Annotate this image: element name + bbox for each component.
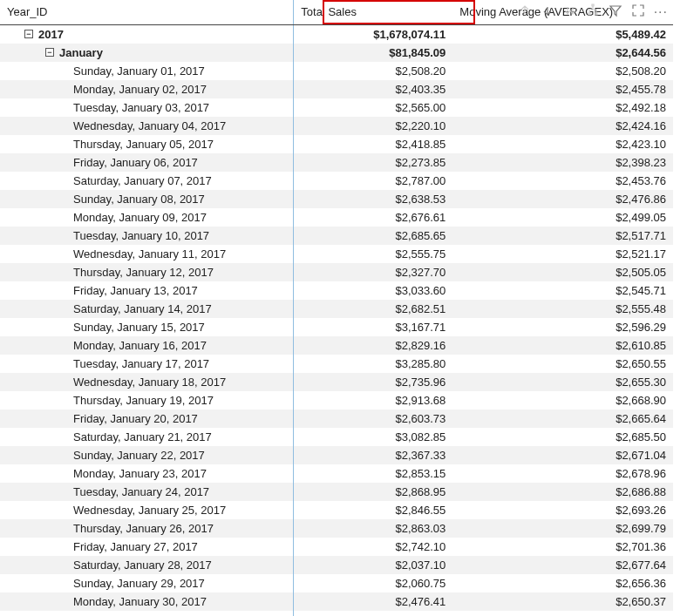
cell-total: $2,367.33 (294, 446, 452, 464)
cell-total: $2,555.75 (294, 245, 452, 263)
table-row[interactable]: Thursday, January 19, 2017$2,913.68$2,66… (0, 391, 673, 410)
date-label: Sunday, January 01, 2017 (7, 64, 286, 78)
cell-total: $2,685.65 (294, 227, 452, 245)
date-label: Sunday, January 15, 2017 (7, 321, 286, 334)
table-row[interactable]: Thursday, January 26, 2017$2,863.03$2,69… (0, 519, 673, 538)
cell-mavg: $2,423.10 (452, 135, 673, 153)
table-row[interactable]: Monday, January 30, 2017$2,476.41$2,650.… (0, 592, 673, 611)
date-label: Wednesday, January 18, 2017 (7, 376, 286, 389)
table-row[interactable]: Wednesday, January 25, 2017$2,846.55$2,6… (0, 501, 673, 519)
date-label: Tuesday, January 03, 2017 (7, 101, 286, 114)
date-label: Monday, January 30, 2017 (7, 595, 286, 608)
cell-total: $3,285.80 (294, 355, 452, 373)
table-row[interactable]: Tuesday, January 10, 2017$2,685.65$2,517… (0, 227, 673, 245)
cell-total: $2,037.10 (294, 556, 452, 574)
table-row[interactable]: Saturday, January 14, 2017$2,682.51$2,55… (0, 300, 673, 318)
cell-total: $2,742.10 (294, 538, 452, 556)
table-row[interactable]: Wednesday, January 04, 2017$2,220.10$2,4… (0, 117, 673, 135)
matrix-scroll-area[interactable]: Year_ID Total Sales Moving Average (AVER… (0, 0, 687, 616)
table-row[interactable]: Friday, January 27, 2017$2,742.10$2,701.… (0, 538, 673, 556)
table-row[interactable]: Saturday, January 07, 2017$2,787.00$2,45… (0, 172, 673, 190)
table-row[interactable]: Sunday, January 22, 2017$2,367.33$2,671.… (0, 446, 673, 464)
date-label: Thursday, January 26, 2017 (7, 522, 286, 535)
table-row[interactable]: Sunday, January 15, 2017$3,167.71$2,596.… (0, 318, 673, 336)
cell-mavg: $2,555.48 (452, 300, 673, 318)
table-row[interactable]: Sunday, January 08, 2017$2,638.53$2,476.… (0, 190, 673, 208)
group-row-year[interactable]: −2017$1,678,074.11$5,489.42 (0, 24, 673, 44)
cell-total: $2,676.61 (294, 208, 452, 227)
hierarchy-icon[interactable] (586, 3, 600, 20)
cell-mavg: $2,668.90 (452, 391, 673, 410)
cell-total: $2,220.10 (294, 117, 452, 135)
table-row[interactable]: Thursday, January 12, 2017$2,327.70$2,50… (0, 263, 673, 281)
table-row[interactable]: Saturday, January 21, 2017$3,082.85$2,68… (0, 428, 673, 446)
cell-total: $3,082.85 (294, 428, 452, 446)
cell-total: $2,565.00 (294, 98, 452, 117)
date-label: Thursday, January 19, 2017 (7, 394, 286, 407)
date-label: Sunday, January 29, 2017 (7, 577, 286, 590)
cell-total: $2,273.85 (294, 153, 452, 172)
cell-total: $2,829.16 (294, 336, 452, 355)
drill-up-icon[interactable] (518, 3, 532, 20)
cell-total: $2,846.55 (294, 501, 452, 519)
table-row[interactable]: Friday, January 06, 2017$2,273.85$2,398.… (0, 153, 673, 172)
cell-mavg: $2,656.36 (452, 574, 673, 592)
cell-mavg: $2,671.04 (452, 446, 673, 464)
cell-total: $2,334.13 (294, 611, 452, 617)
table-row[interactable]: Thursday, January 05, 2017$2,418.85$2,42… (0, 135, 673, 153)
date-label: Saturday, January 21, 2017 (7, 430, 286, 443)
date-label: Saturday, January 14, 2017 (7, 302, 286, 315)
date-label: Thursday, January 05, 2017 (7, 138, 286, 151)
date-label: Wednesday, January 25, 2017 (7, 504, 286, 517)
table-row[interactable]: Tuesday, January 17, 2017$3,285.80$2,650… (0, 355, 673, 373)
cell-mavg: $2,685.50 (452, 428, 673, 446)
table-row[interactable]: Wednesday, January 18, 2017$2,735.96$2,6… (0, 373, 673, 391)
more-options-icon[interactable]: ··· (654, 5, 668, 19)
table-row[interactable]: Sunday, January 29, 2017$2,060.75$2,656.… (0, 574, 673, 592)
date-label: Friday, January 13, 2017 (7, 284, 286, 297)
cell-total: $2,418.85 (294, 135, 452, 153)
cell-total: $2,682.51 (294, 300, 452, 318)
cell-mavg: $2,424.16 (452, 117, 673, 135)
date-label: Tuesday, January 24, 2017 (7, 485, 286, 498)
date-label: Wednesday, January 04, 2017 (7, 119, 286, 132)
table-row[interactable]: Friday, January 20, 2017$2,603.73$2,665.… (0, 410, 673, 428)
cell-total: $2,853.15 (294, 464, 452, 483)
table-row[interactable]: Tuesday, January 03, 2017$2,565.00$2,492… (0, 98, 673, 117)
cell-total: $2,603.73 (294, 410, 452, 428)
date-label: Thursday, January 12, 2017 (7, 266, 286, 279)
year-mavg: $5,489.42 (452, 24, 673, 44)
col-header-year-id[interactable]: Year_ID (0, 0, 294, 24)
table-row[interactable]: Saturday, January 28, 2017$2,037.10$2,67… (0, 556, 673, 574)
cell-mavg: $2,650.55 (452, 355, 673, 373)
cell-mavg: $2,476.86 (452, 190, 673, 208)
table-row[interactable]: Wednesday, January 11, 2017$2,555.75$2,5… (0, 245, 673, 263)
table-row[interactable]: Sunday, January 01, 2017$2,508.20$2,508.… (0, 62, 673, 80)
drill-down-icon[interactable] (541, 3, 554, 20)
table-row[interactable]: Tuesday, January 31, 2017$2,334.13$2,644… (0, 611, 673, 617)
cell-mavg: $2,701.36 (452, 538, 673, 556)
collapse-icon[interactable]: − (24, 30, 33, 38)
table-row[interactable]: Monday, January 09, 2017$2,676.61$2,499.… (0, 208, 673, 227)
table-row[interactable]: Monday, January 16, 2017$2,829.16$2,610.… (0, 336, 673, 355)
group-row-month[interactable]: −January$81,845.09$2,644.56 (0, 44, 673, 62)
cell-total: $2,638.53 (294, 190, 452, 208)
table-row[interactable]: Tuesday, January 24, 2017$2,868.95$2,686… (0, 483, 673, 501)
col-header-total-sales[interactable]: Total Sales (294, 0, 452, 24)
cell-total: $2,735.96 (294, 373, 452, 391)
table-row[interactable]: Friday, January 13, 2017$3,033.60$2,545.… (0, 281, 673, 300)
filter-icon[interactable] (609, 3, 622, 20)
focus-mode-icon[interactable] (631, 3, 645, 20)
cell-mavg: $2,517.71 (452, 227, 673, 245)
date-label: Monday, January 09, 2017 (7, 211, 286, 224)
cell-mavg: $2,453.76 (452, 172, 673, 190)
expand-all-icon[interactable] (563, 3, 577, 20)
year-label: 2017 (38, 28, 64, 41)
table-row[interactable]: Monday, January 23, 2017$2,853.15$2,678.… (0, 464, 673, 483)
cell-total: $2,403.35 (294, 80, 452, 98)
collapse-icon[interactable]: − (45, 48, 54, 57)
cell-total: $2,060.75 (294, 574, 452, 592)
table-row[interactable]: Monday, January 02, 2017$2,403.35$2,455.… (0, 80, 673, 98)
date-label: Saturday, January 28, 2017 (7, 558, 286, 572)
date-label: Tuesday, January 10, 2017 (7, 229, 286, 242)
